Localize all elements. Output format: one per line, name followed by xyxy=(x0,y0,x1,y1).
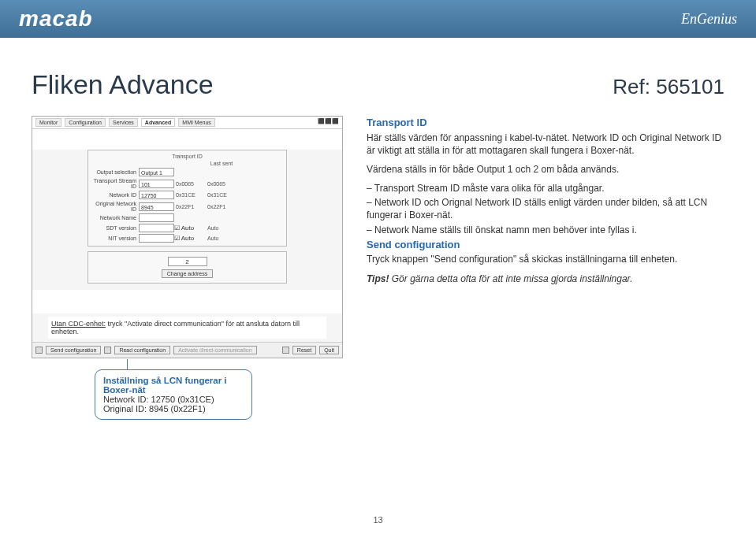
tab-monitor[interactable]: Monitor xyxy=(35,118,61,127)
tab-services[interactable]: Services xyxy=(109,118,138,127)
transport-p2: Värdena ställs in för både Output 1 och … xyxy=(367,163,724,176)
tips-text: Gör gärna detta ofta för att inte missa … xyxy=(389,273,632,284)
ss-top: Monitor Configuration Services Advanced … xyxy=(32,117,342,129)
lbl-nit: NIT version xyxy=(91,235,139,241)
lcn-callout: Inställning så LCN fungerar i Boxer-nät … xyxy=(95,369,252,420)
sdt-version-input[interactable] xyxy=(139,224,174,232)
sdt-last: Auto xyxy=(206,225,237,231)
lbl-tsid: Transport Stream ID xyxy=(91,178,139,189)
callout-line2: Original ID: 8945 (0x22F1) xyxy=(103,404,244,413)
lbl-netname: Network Name xyxy=(91,215,139,221)
send-config-button[interactable]: Send configuration xyxy=(46,346,101,354)
sdt-auto-label: Auto xyxy=(181,224,194,232)
tab-mmi-menus[interactable]: MMI Menus xyxy=(178,118,215,127)
reset-button[interactable]: Reset xyxy=(292,346,316,354)
nit-auto-check[interactable]: ☑ Auto xyxy=(174,235,206,242)
ss-bottom-bar: Send configuration Read configuration Ac… xyxy=(32,342,342,358)
transport-id-heading: Transport ID xyxy=(367,116,724,130)
title-row: Fliken Advance Ref: 565101 xyxy=(32,69,724,100)
bullet-2: – Network ID och Orignal Network ID stäl… xyxy=(367,196,724,221)
status-led-2 xyxy=(104,347,111,354)
logo-engenius: EnGenius xyxy=(681,11,737,28)
send-config-p: Tryck knappen "Send configuration" så sk… xyxy=(367,253,724,265)
page-number: 13 xyxy=(373,515,382,525)
nit-auto-label: Auto xyxy=(181,235,194,242)
address-panel: 2 Change address xyxy=(88,251,287,284)
right-column: Transport ID Här ställs värden för anpas… xyxy=(367,116,724,358)
status-led-3 xyxy=(282,347,289,354)
lbl-orignetid: Original Network ID xyxy=(91,201,139,212)
ss-top-right: ⬛⬛⬛ xyxy=(318,118,339,127)
output-selection[interactable]: Output 1 xyxy=(139,168,174,176)
header-bar: macab EnGenius xyxy=(0,0,756,38)
bullet-3: – Network Name ställs till önskat namn m… xyxy=(367,224,724,236)
app-screenshot: Monitor Configuration Services Advanced … xyxy=(32,116,343,358)
bullet-1: – Transport Stream ID måste vara olika f… xyxy=(367,182,724,195)
orig-net-id-hex: 0x22F1 xyxy=(174,204,206,210)
callout-title: Inställning så LCN fungerar i Boxer-nät xyxy=(103,376,244,395)
transport-p1: Här ställs värden för anpassning i kabel… xyxy=(367,132,724,157)
send-config-heading: Send configuration xyxy=(367,238,724,252)
nit-version-input[interactable] xyxy=(139,234,174,243)
lbl-output: Output selection xyxy=(91,169,139,175)
logo-macab: macab xyxy=(19,6,93,32)
lbl-sdt: SDT version xyxy=(91,225,139,231)
activate-direct-button[interactable]: Activate direct-communication xyxy=(173,346,256,354)
tab-configuration[interactable]: Configuration xyxy=(65,118,106,127)
orig-net-id-last: 0x22F1 xyxy=(206,204,237,210)
last-sent-header: Last sent xyxy=(206,161,237,166)
change-address-button[interactable]: Change address xyxy=(162,269,213,278)
sdt-auto-check[interactable]: ☑ Auto xyxy=(174,224,206,232)
ts-id-last: 0x0065 xyxy=(206,181,237,187)
callout-line1: Network ID: 12750 (0x31CE) xyxy=(103,395,244,404)
ts-id-hex: 0x0065 xyxy=(174,181,206,187)
read-config-button[interactable]: Read configuration xyxy=(114,346,170,354)
status-led-1 xyxy=(35,347,43,354)
ss-tabs: Monitor Configuration Services Advanced … xyxy=(35,118,215,127)
orig-net-id-input[interactable]: 8945 xyxy=(139,202,174,211)
ts-id-input[interactable]: 101 xyxy=(139,180,174,188)
net-id-input[interactable]: 12750 xyxy=(139,191,174,199)
cdc-warning-prefix: Utan CDC-enhet: xyxy=(51,320,106,328)
address-value[interactable]: 2 xyxy=(168,257,207,266)
lbl-netid: Network ID xyxy=(91,192,139,198)
transport-id-title: Transport ID xyxy=(91,154,283,159)
page-ref: Ref: 565101 xyxy=(613,75,724,99)
tips-line: Tips! Gör gärna detta ofta för att inte … xyxy=(367,273,724,285)
quit-button[interactable]: Quit xyxy=(319,346,339,354)
network-name-input[interactable] xyxy=(139,213,174,222)
cdc-warning: Utan CDC-enhet: tryck "Activate direct c… xyxy=(48,317,326,339)
tab-advanced[interactable]: Advanced xyxy=(141,118,175,127)
transport-id-panel: Transport ID Last sent Output selection … xyxy=(88,150,287,247)
tips-label: Tips! xyxy=(367,273,389,284)
net-id-hex: 0x31CE xyxy=(174,192,206,198)
page-title: Fliken Advance xyxy=(32,69,214,100)
net-id-last: 0x31CE xyxy=(206,192,237,198)
nit-last: Auto xyxy=(206,235,237,241)
